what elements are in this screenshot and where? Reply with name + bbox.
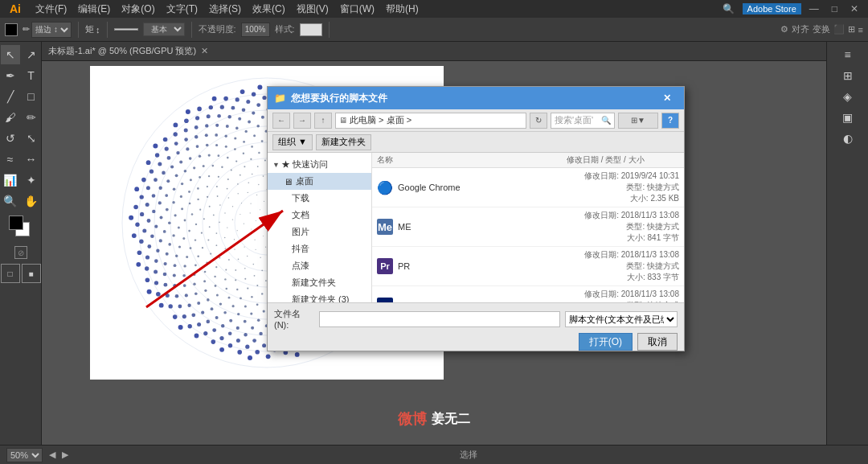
window-max-button[interactable]: □ [827, 2, 842, 16]
sidebar-item-dotchi-label: 点漆 [292, 260, 309, 272]
ps-modified: 修改日期: 2018/11/3 13:08 [567, 289, 679, 300]
right-panel-btn4[interactable]: ▣ [838, 108, 858, 127]
sidebar-item-desktop[interactable]: 🖥 桌面 [268, 173, 371, 190]
nav-right-icon[interactable]: ▶ [62, 450, 68, 460]
column-graph-btn[interactable]: 📊 [1, 170, 20, 190]
direct-select-tool-btn[interactable]: ↗ [22, 45, 41, 64]
file-row-me[interactable]: Me ME 修改日期: 2018/11/3 13:08 类型: 快捷方式 大小:… [372, 207, 684, 247]
canvas-close-btn[interactable]: ✕ [201, 46, 208, 56]
pr-type: 类型: 快捷方式 [567, 261, 679, 272]
pen-tool-btn[interactable]: ✒ [1, 66, 20, 85]
rotate-btn[interactable]: ↺ [1, 129, 20, 148]
menu-object[interactable]: 对象(O) [117, 1, 159, 18]
right-panel-btn1[interactable]: ≡ [838, 45, 858, 64]
sidebar-item-newfolder[interactable]: 新建文件夹 [268, 274, 371, 291]
svg-point-123 [209, 206, 211, 207]
type-tool-btn[interactable]: T [22, 66, 41, 85]
menu-view[interactable]: 视图(V) [292, 1, 334, 18]
menu-edit[interactable]: 编辑(E) [73, 1, 115, 18]
mode-select[interactable]: 基本 [143, 23, 185, 36]
zoom-select[interactable]: 50% [6, 448, 43, 462]
file-row-chrome[interactable]: 🔵 Google Chrome 修改日期: 2019/9/24 10:31 类型… [372, 168, 684, 207]
svg-point-469 [231, 106, 235, 110]
svg-point-10 [262, 226, 263, 227]
sidebar-item-newfolder3[interactable]: 新建文件夹 (3) [268, 291, 371, 302]
filename-input[interactable] [319, 311, 560, 327]
svg-point-552 [156, 292, 161, 297]
sidebar-item-pics[interactable]: 图片 [268, 224, 371, 240]
sidebar-item-downloads[interactable]: 下载 [268, 190, 371, 207]
window-min-button[interactable]: — [805, 2, 824, 16]
arrange-icon[interactable]: ⬛ [833, 24, 845, 35]
selection-tool-btn[interactable]: ↖ [1, 45, 20, 64]
file-row-ps[interactable]: Ps PS 修改日期: 2018/11/3 13:08 类型: 快捷方式 大小:… [372, 286, 684, 302]
fill-swatch[interactable] [5, 23, 18, 36]
quick-access-group[interactable]: ▼ ★ 快速访问 [268, 156, 371, 173]
svg-point-50 [248, 192, 248, 193]
none-color-btn[interactable]: ⊘ [14, 246, 27, 259]
svg-point-570 [237, 350, 242, 355]
scale-btn[interactable]: ⤡ [22, 129, 41, 148]
rect-tool-btn[interactable]: □ [22, 87, 41, 106]
normal-view-btn[interactable]: □ [1, 264, 20, 283]
menu-file[interactable]: 文件(F) [31, 1, 72, 18]
organize-btn[interactable]: 组织 ▼ [272, 134, 313, 150]
menu-select[interactable]: 选择(S) [204, 1, 246, 18]
opacity-input[interactable] [241, 23, 270, 37]
svg-point-549 [255, 350, 260, 355]
svg-point-495 [184, 128, 188, 132]
window-close-button[interactable]: ✕ [845, 2, 863, 16]
svg-point-196 [197, 255, 199, 257]
foreground-swatch[interactable] [9, 216, 23, 230]
right-panel-btn3[interactable]: ◈ [838, 87, 858, 106]
hand-btn[interactable]: ✋ [22, 191, 41, 211]
width-btn[interactable]: ↔ [22, 150, 41, 169]
brush-select[interactable]: 描边 ↕ [31, 22, 72, 38]
sidebar-item-docs[interactable]: 文档 [268, 207, 371, 224]
file-row-pr[interactable]: Pr PR 修改日期: 2018/11/3 13:08 类型: 快捷方式 大小:… [372, 247, 684, 286]
svg-point-578 [194, 334, 199, 339]
pencil-btn[interactable]: ✏ [22, 108, 41, 127]
nav-back-btn[interactable]: ← [272, 113, 290, 129]
warp-btn[interactable]: ≈ [1, 150, 20, 169]
cancel-button[interactable]: 取消 [637, 333, 678, 351]
svg-point-256 [216, 294, 219, 297]
adobe-store-button[interactable]: Adobe Store [743, 3, 801, 14]
nav-left-icon[interactable]: ◀ [49, 450, 55, 460]
right-panel-btn2[interactable]: ⊞ [838, 66, 858, 85]
paintbrush-btn[interactable]: 🖌 [1, 108, 20, 127]
search-icon[interactable]: 🔍 [718, 2, 739, 16]
filetype-select[interactable]: 脚本文件(文本文件及已编译文 ▼ [565, 311, 678, 327]
view-options-btn[interactable]: ⊞▼ [618, 113, 658, 129]
svg-point-545 [252, 92, 256, 96]
menu-help[interactable]: 帮助(H) [381, 1, 424, 18]
expand-icon[interactable]: ⊞ [848, 24, 855, 35]
transform-label[interactable]: 变换 [813, 23, 830, 35]
nav-forward-btn[interactable]: → [293, 113, 311, 129]
svg-point-26 [244, 224, 244, 224]
panel-toggle-icon[interactable]: ≡ [858, 25, 863, 35]
open-button[interactable]: 打开(O) [579, 333, 633, 351]
svg-point-447 [228, 332, 232, 336]
full-view-btn[interactable]: ■ [22, 264, 41, 283]
svg-point-272 [178, 245, 181, 248]
line-tool-btn[interactable]: ╱ [1, 87, 20, 106]
refresh-btn[interactable]: ↻ [530, 113, 547, 129]
align-label[interactable]: 对齐 [792, 23, 809, 35]
ps-meta: 修改日期: 2018/11/3 13:08 类型: 快捷方式 大小: 777 字… [567, 289, 679, 302]
dialog-close-btn[interactable]: ✕ [657, 87, 678, 109]
help-btn[interactable]: ? [661, 113, 679, 129]
svg-point-207 [212, 165, 215, 167]
menu-window[interactable]: 窗口(W) [335, 1, 379, 18]
menu-text[interactable]: 文字(T) [162, 1, 203, 18]
new-folder-btn[interactable]: 新建文件夹 [316, 134, 371, 150]
svg-point-249 [225, 146, 227, 148]
symbol-btn[interactable]: ✦ [22, 170, 41, 190]
search-box[interactable]: 搜索'桌面' 🔍 [551, 113, 615, 129]
sidebar-item-dotchi[interactable]: 点漆 [268, 257, 371, 274]
sidebar-item-douyin[interactable]: 抖音 [268, 240, 371, 257]
menu-effect[interactable]: 效果(C) [248, 1, 290, 18]
nav-up-btn[interactable]: ↑ [314, 113, 332, 129]
zoom-btn[interactable]: 🔍 [1, 191, 20, 211]
right-panel-btn5[interactable]: ◐ [838, 129, 858, 148]
